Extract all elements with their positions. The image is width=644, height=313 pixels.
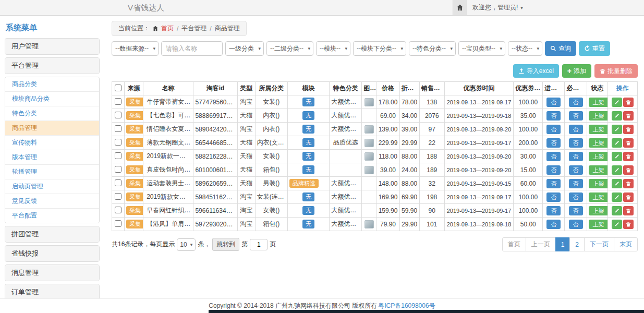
sidebar-subitem[interactable]: 启动页管理: [5, 179, 99, 194]
name-search-input[interactable]: [161, 41, 223, 56]
user-menu[interactable]: 欢迎您，管理员! ▾: [472, 0, 523, 15]
sidebar-subitem[interactable]: 意见反馈: [5, 194, 99, 208]
sidebar-subitem[interactable]: 宣传物料: [5, 135, 99, 150]
sidebar-subitem[interactable]: 平台配置: [5, 208, 99, 223]
page-button[interactable]: 1: [555, 237, 570, 251]
row-checkbox[interactable]: [115, 220, 121, 227]
import-select-toggle[interactable]: 否: [546, 152, 561, 161]
sidebar-item-0[interactable]: 用户管理: [5, 39, 99, 54]
row-checkbox[interactable]: [115, 98, 121, 105]
status-button[interactable]: 上架: [589, 138, 608, 148]
import-select-toggle[interactable]: 否: [546, 138, 561, 148]
edit-button[interactable]: [612, 152, 622, 161]
must-buy-toggle[interactable]: 否: [569, 165, 583, 175]
must-buy-toggle[interactable]: 否: [569, 220, 583, 229]
row-checkbox[interactable]: [115, 152, 121, 159]
page-button[interactable]: 下一页: [584, 237, 614, 251]
import-select-toggle[interactable]: 否: [546, 192, 561, 202]
select-all-checkbox[interactable]: [115, 85, 121, 91]
page-button[interactable]: 首页: [502, 237, 526, 251]
sidebar-item-3[interactable]: 省钱快报: [5, 246, 99, 261]
delete-button[interactable]: [623, 138, 634, 148]
row-checkbox[interactable]: [115, 139, 121, 146]
import-select-toggle[interactable]: 否: [546, 220, 561, 229]
sidebar-item-4[interactable]: 消息管理: [5, 265, 99, 281]
must-buy-toggle[interactable]: 否: [569, 206, 583, 215]
edit-button[interactable]: [612, 125, 622, 134]
delete-button[interactable]: [623, 179, 634, 188]
filter-select-control[interactable]: --模块--: [316, 41, 350, 56]
row-checkbox[interactable]: [115, 125, 121, 132]
sidebar-subitem[interactable]: 版本管理: [5, 150, 99, 164]
must-buy-toggle[interactable]: 否: [569, 152, 583, 161]
status-button[interactable]: 上架: [589, 192, 608, 202]
page-size-select[interactable]: 10: [177, 238, 196, 251]
batch-delete-button[interactable]: 批量删除: [594, 64, 638, 78]
edit-button[interactable]: [612, 111, 622, 121]
sidebar-subitem[interactable]: 商品管理: [5, 121, 99, 135]
edit-button[interactable]: [612, 220, 622, 229]
must-buy-toggle[interactable]: 否: [569, 125, 583, 134]
filter-select-control[interactable]: 一级分类: [225, 41, 264, 56]
edit-button[interactable]: [612, 179, 622, 188]
edit-button[interactable]: [612, 206, 622, 215]
page-button[interactable]: 2: [569, 237, 585, 251]
filter-select-control[interactable]: --特色分类--: [409, 41, 456, 56]
sidebar-subitem[interactable]: 特色分类: [5, 106, 99, 121]
search-button[interactable]: 查询: [545, 41, 576, 56]
page-button[interactable]: 末页: [614, 237, 638, 251]
delete-button[interactable]: [623, 220, 634, 229]
sidebar-subitem[interactable]: 模块商品分类: [5, 91, 99, 106]
edit-button[interactable]: [612, 192, 622, 202]
sidebar-subitem[interactable]: 轮播管理: [5, 164, 99, 179]
row-checkbox[interactable]: [115, 207, 121, 213]
sidebar-subitem[interactable]: 商品分类: [5, 77, 99, 91]
icp-link[interactable]: 粤ICP备16098006号: [378, 302, 435, 310]
import-select-toggle[interactable]: 否: [546, 111, 561, 121]
import-select-toggle[interactable]: 否: [546, 125, 561, 134]
sidebar-item-1[interactable]: 平台管理: [5, 58, 99, 74]
add-button[interactable]: + 添加: [562, 64, 591, 78]
status-button[interactable]: 上架: [589, 152, 608, 161]
breadcrumb-home-link[interactable]: 首页: [161, 24, 174, 33]
must-buy-toggle[interactable]: 否: [569, 111, 583, 121]
reset-button[interactable]: 重置: [579, 41, 610, 56]
delete-button[interactable]: [623, 152, 634, 161]
import-select-toggle[interactable]: 否: [546, 179, 561, 188]
status-button[interactable]: 上架: [589, 220, 608, 229]
must-buy-toggle[interactable]: 否: [569, 179, 583, 188]
status-button[interactable]: 上架: [589, 206, 608, 215]
delete-button[interactable]: [623, 165, 634, 175]
row-checkbox[interactable]: [115, 179, 121, 186]
edit-button[interactable]: [612, 138, 622, 148]
edit-button[interactable]: [612, 98, 622, 107]
edit-button[interactable]: [612, 165, 622, 175]
must-buy-toggle[interactable]: 否: [569, 138, 583, 148]
import-select-toggle[interactable]: 否: [546, 206, 561, 215]
delete-button[interactable]: [623, 125, 634, 134]
delete-button[interactable]: [623, 206, 634, 215]
jump-page-input[interactable]: [250, 239, 268, 250]
sidebar-item-5[interactable]: 订单管理: [5, 284, 99, 298]
delete-button[interactable]: [623, 98, 634, 107]
import-select-toggle[interactable]: 否: [546, 98, 561, 107]
import-excel-button[interactable]: 导入excel: [513, 64, 559, 78]
row-checkbox[interactable]: [115, 112, 121, 118]
filter-select-control[interactable]: --状态--: [508, 41, 542, 56]
status-button[interactable]: 上架: [589, 125, 608, 134]
page-button[interactable]: 上一页: [526, 237, 556, 251]
status-button[interactable]: 上架: [589, 179, 608, 188]
delete-button[interactable]: [623, 111, 634, 121]
status-button[interactable]: 上架: [589, 111, 608, 121]
row-checkbox[interactable]: [115, 166, 121, 173]
import-select-toggle[interactable]: 否: [546, 165, 561, 175]
filter-select-control[interactable]: --宝贝类型--: [458, 41, 505, 56]
must-buy-toggle[interactable]: 否: [569, 192, 583, 202]
filter-select-control[interactable]: --二级分类--: [266, 41, 313, 56]
filter-select-control[interactable]: --数据来源--: [112, 41, 159, 56]
filter-select-control[interactable]: --模块下分类--: [353, 41, 406, 56]
home-button[interactable]: [453, 0, 467, 15]
jump-button[interactable]: 跳转到: [212, 238, 239, 251]
sidebar-item-2[interactable]: 拼团管理: [5, 226, 99, 242]
status-button[interactable]: 上架: [589, 98, 608, 107]
